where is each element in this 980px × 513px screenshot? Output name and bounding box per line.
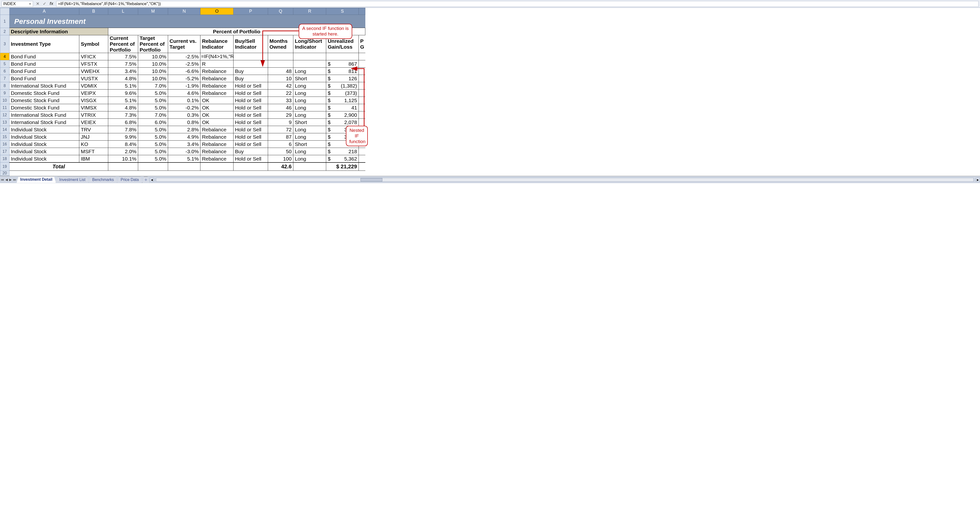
cell-rebalance[interactable]: OK xyxy=(200,104,234,112)
cell-buysell[interactable]: Hold or Sell xyxy=(233,155,268,163)
cell-longshort[interactable]: Long xyxy=(293,104,326,112)
cell-cut[interactable] xyxy=(358,155,365,163)
cell-symbol[interactable]: VEIPX xyxy=(79,89,108,97)
cell-buysell[interactable]: Buy xyxy=(233,68,268,75)
cell-current-pct[interactable]: 9.6% xyxy=(108,89,138,97)
tab-nav-prev-icon[interactable]: ◀ xyxy=(5,178,8,182)
cell-longshort[interactable]: Long xyxy=(293,82,326,89)
cell-gainloss[interactable]: $867 xyxy=(326,61,358,68)
cell-gainloss[interactable] xyxy=(326,53,358,61)
cell-current-pct[interactable]: 4.8% xyxy=(108,75,138,82)
cell-buysell[interactable]: Hold or Sell xyxy=(233,97,268,104)
cell-months-owned[interactable] xyxy=(268,53,293,61)
cell-rebalance[interactable]: OK xyxy=(200,119,234,126)
cell-gainloss[interactable]: $41 xyxy=(326,104,358,112)
cell-investment-type[interactable]: Bond Fund xyxy=(9,61,79,68)
cell-buysell[interactable]: Hold or Sell xyxy=(233,82,268,89)
cell-symbol[interactable]: JNJ xyxy=(79,133,108,140)
cell-target-pct[interactable]: 5.0% xyxy=(138,126,168,133)
col-B[interactable]: B xyxy=(79,8,108,15)
row-15[interactable]: 15 xyxy=(0,133,10,140)
col-S[interactable]: S xyxy=(326,8,358,15)
row-18[interactable]: 18 xyxy=(0,155,10,163)
row-6[interactable]: 6 xyxy=(0,68,10,75)
cell-months-owned[interactable] xyxy=(268,61,293,68)
cell-months-owned[interactable]: 48 xyxy=(268,68,293,75)
row-10[interactable]: 10 xyxy=(0,97,10,104)
row-2[interactable]: 2 xyxy=(0,28,10,35)
cell-longshort[interactable]: Long xyxy=(293,68,326,75)
col-N[interactable]: N xyxy=(168,8,200,15)
cell-months-owned[interactable]: 46 xyxy=(268,104,293,112)
cell-gainloss[interactable]: $218 xyxy=(326,148,358,155)
cell-buysell[interactable]: Hold or Sell xyxy=(233,133,268,140)
col-L[interactable]: L xyxy=(108,8,138,15)
cell-longshort[interactable]: Long xyxy=(293,89,326,97)
cell-target-pct[interactable]: 5.0% xyxy=(138,140,168,148)
cell-current-pct[interactable]: 4.8% xyxy=(108,104,138,112)
cell-current-vs-target[interactable]: -6.6% xyxy=(168,68,200,75)
cell-current-vs-target[interactable]: -3.0% xyxy=(168,148,200,155)
cell-cut[interactable] xyxy=(358,75,365,82)
cell-current-vs-target[interactable]: 2.8% xyxy=(168,126,200,133)
cell-buysell[interactable]: Hold or Sell xyxy=(233,126,268,133)
cell-target-pct[interactable]: 10.0% xyxy=(138,61,168,68)
cell-rebalance[interactable]: Rebalance xyxy=(200,126,234,133)
cell-current-vs-target[interactable]: -2.5% xyxy=(168,53,200,61)
cell-longshort[interactable]: Long xyxy=(293,133,326,140)
cell-cut[interactable] xyxy=(358,112,365,119)
cell-investment-type[interactable]: Individual Stock xyxy=(9,133,79,140)
cell-buysell[interactable]: Hold or Sell xyxy=(233,140,268,148)
cell-longshort[interactable] xyxy=(293,53,326,61)
cell-months-owned[interactable]: 87 xyxy=(268,133,293,140)
cell-investment-type[interactable]: Bond Fund xyxy=(9,68,79,75)
formula-text[interactable]: =IF(N4>1%,"Rebalance",IF(N4<-1%,"Rebalan… xyxy=(56,1,978,7)
cell-months-owned[interactable]: 22 xyxy=(268,89,293,97)
cell-current-pct[interactable]: 5.1% xyxy=(108,97,138,104)
tab-nav-last-icon[interactable]: ⏭ xyxy=(13,178,17,182)
col-R[interactable]: R xyxy=(293,8,326,15)
tab-price-data[interactable]: Price Data xyxy=(117,177,143,183)
cell-target-pct[interactable]: 6.0% xyxy=(138,119,168,126)
cell-symbol[interactable]: VWEHX xyxy=(79,68,108,75)
cell-target-pct[interactable]: 5.0% xyxy=(138,104,168,112)
cell-buysell[interactable]: Buy xyxy=(233,75,268,82)
cell-rebalance[interactable]: OK xyxy=(200,97,234,104)
cell-investment-type[interactable]: Bond Fund xyxy=(9,75,79,82)
cell-rebalance[interactable]: Rebalance xyxy=(200,82,234,89)
col-cut[interactable] xyxy=(358,8,365,15)
cell-target-pct[interactable]: 5.0% xyxy=(138,155,168,163)
row-11[interactable]: 11 xyxy=(0,104,10,112)
cell-months-owned[interactable]: 50 xyxy=(268,148,293,155)
cell-investment-type[interactable]: Domestic Stock Fund xyxy=(9,89,79,97)
col-Q[interactable]: Q xyxy=(268,8,293,15)
cell-current-pct[interactable]: 3.4% xyxy=(108,68,138,75)
select-all-corner[interactable] xyxy=(0,8,10,15)
col-A[interactable]: A xyxy=(9,8,79,15)
cell-rebalance[interactable]: Rebalance xyxy=(200,140,234,148)
tab-benchmarks[interactable]: Benchmarks xyxy=(89,177,118,183)
cell-rebalance[interactable]: Rebalance xyxy=(200,148,234,155)
cell-symbol[interactable]: MSFT xyxy=(79,148,108,155)
cell-gainloss[interactable]: $2,900 xyxy=(326,112,358,119)
cell-current-pct[interactable]: 5.1% xyxy=(108,82,138,89)
cell-buysell[interactable]: Hold or Sell xyxy=(233,119,268,126)
row-17[interactable]: 17 xyxy=(0,148,10,155)
cell-cut[interactable] xyxy=(358,68,365,75)
cell-cut[interactable] xyxy=(358,53,365,61)
cell-target-pct[interactable]: 10.0% xyxy=(138,68,168,75)
cell-longshort[interactable]: Long xyxy=(293,97,326,104)
cell-buysell[interactable]: Hold or Sell xyxy=(233,89,268,97)
insert-function-icon[interactable]: fx xyxy=(49,1,54,6)
col-M[interactable]: M xyxy=(138,8,168,15)
cell-investment-type[interactable]: International Stock Fund xyxy=(9,82,79,89)
cell-cut[interactable] xyxy=(358,61,365,68)
cell-months-owned[interactable]: 100 xyxy=(268,155,293,163)
row-8[interactable]: 8 xyxy=(0,82,10,89)
cell-target-pct[interactable]: 5.0% xyxy=(138,133,168,140)
cell-current-pct[interactable]: 9.9% xyxy=(108,133,138,140)
cell-current-vs-target[interactable]: -2.5% xyxy=(168,61,200,68)
cell-cut[interactable] xyxy=(358,82,365,89)
cell-buysell[interactable]: Buy xyxy=(233,148,268,155)
cell-rebalance[interactable]: OK xyxy=(200,112,234,119)
